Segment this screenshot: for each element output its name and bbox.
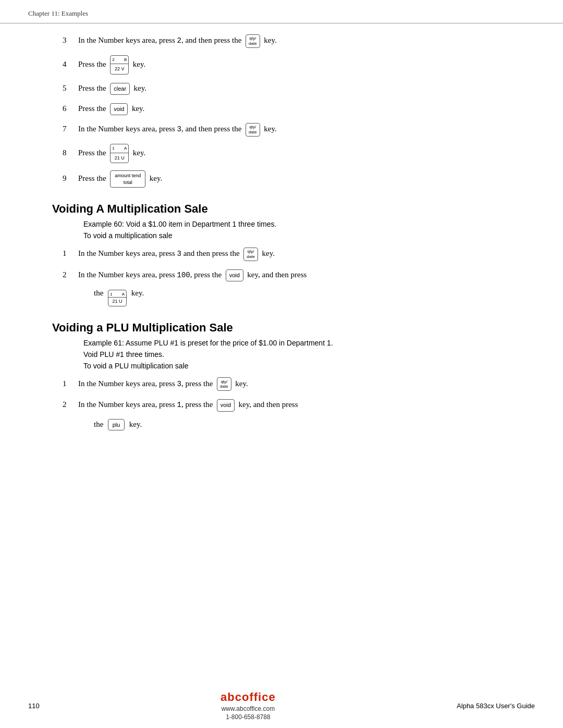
amount-tend-total-key-9: amount tend total <box>110 170 145 188</box>
step-number-8: 8 <box>63 146 78 159</box>
section-voiding-plu-multiplication: Voiding a PLU Multiplication Sale Exampl… <box>52 321 511 430</box>
section-title-1: Voiding A Multiplication Sale <box>52 202 511 216</box>
footer-page-number: 110 <box>28 702 40 710</box>
section2-example-2: Void PLU #1 three times. <box>52 350 511 359</box>
page-footer: 110 abcoffice www.abcoffice.com 1-800-65… <box>0 683 563 728</box>
sec1-step-2-continuation: the 1A 21 U key. <box>52 289 511 306</box>
step-8-text: Press the 1A 21 U key. <box>78 144 145 163</box>
footer-website: www.abcoffice.com <box>222 705 275 712</box>
sec2-step-1: 1 In the Number keys area, press 3, pres… <box>52 377 511 391</box>
qty-date-key-3: qty/ date <box>246 34 260 48</box>
step-number-3: 3 <box>63 34 78 46</box>
dept-22v-key-4: 2B 22 V <box>110 55 129 75</box>
intro-steps-block: 3 In the Number keys area, press 2, and … <box>52 34 511 188</box>
section-voiding-multiplication: Voiding A Multiplication Sale Example 60… <box>52 202 511 306</box>
step-3-text: In the Number keys area, press 2, and th… <box>78 34 277 48</box>
page-header: Chapter 11: Examples <box>0 0 563 23</box>
sec2-step-2-continuation: the plu key. <box>52 419 511 430</box>
step-9-text: Press the amount tend total key. <box>78 170 162 188</box>
footer-logo: abcoffice <box>221 690 276 704</box>
step-7: 7 In the Number keys area, press 3, and … <box>52 122 511 137</box>
chapter-label: Chapter 11: Examples <box>28 9 88 18</box>
step-number-4: 4 <box>63 58 78 70</box>
step-7-text: In the Number keys area, press 3, and th… <box>78 122 277 137</box>
qty-date-key-sec2-1: qty/ date <box>217 377 231 391</box>
step-number-7: 7 <box>63 122 78 135</box>
step-5: 5 Press the clear key. <box>52 82 511 95</box>
sec1-step-number-1: 1 <box>63 247 78 260</box>
step-9: 9 Press the amount tend total key. <box>52 170 511 188</box>
footer-logo-block: abcoffice www.abcoffice.com 1-800-658-87… <box>221 690 276 721</box>
sec1-step-2-text: In the Number keys area, press 100, pres… <box>78 268 307 281</box>
qty-date-key-7: qty/ date <box>246 123 260 137</box>
sec1-step-1: 1 In the Number keys area, press 3 and t… <box>52 247 511 261</box>
qty-date-key-sec1-1: qty/ date <box>243 248 258 261</box>
footer-phone: 1-800-658-8788 <box>226 713 270 721</box>
step-6-text: Press the void key. <box>78 102 144 115</box>
step-number-6: 6 <box>63 102 78 115</box>
section2-example-1: Example 61: Assume PLU #1 is preset for … <box>52 339 511 347</box>
page-content: 3 In the Number keys area, press 2, and … <box>0 23 563 479</box>
section2-to-note: To void a PLU multiplication sale <box>52 362 511 370</box>
plu-key-sec2-2: plu <box>108 419 125 430</box>
sec1-step-1-text: In the Number keys area, press 3 and the… <box>78 247 275 261</box>
step-8: 8 Press the 1A 21 U key. <box>52 144 511 163</box>
sec2-step-2: 2 In the Number keys area, press 1, pres… <box>52 398 511 411</box>
step-5-text: Press the clear key. <box>78 82 146 95</box>
void-key-6: void <box>110 103 128 116</box>
step-4-text: Press the 2B 22 V key. <box>78 55 145 75</box>
sec1-step-2: 2 In the Number keys area, press 100, pr… <box>52 268 511 281</box>
section1-example: Example 60: Void a $1.00 item in Departm… <box>52 220 511 228</box>
sec1-step-number-2: 2 <box>63 268 78 281</box>
void-key-sec1-2: void <box>226 269 243 282</box>
footer-guide: Alpha 583cx User's Guide <box>457 702 535 710</box>
section1-to-note: To void a multiplication sale <box>52 231 511 240</box>
clear-key-5: clear <box>110 83 130 95</box>
sec2-step-1-text: In the Number keys area, press 3, press … <box>78 377 248 391</box>
section-title-2: Voiding a PLU Multiplication Sale <box>52 321 511 335</box>
sec2-step-2-text: In the Number keys area, press 1, press … <box>78 398 298 411</box>
void-key-sec2-2: void <box>217 399 235 412</box>
dept-21u-key-8: 1A 21 U <box>110 144 129 163</box>
dept-21u-key-sec1-2: 1A 21 U <box>108 290 127 306</box>
step-6: 6 Press the void key. <box>52 102 511 115</box>
step-number-5: 5 <box>63 82 78 94</box>
step-4: 4 Press the 2B 22 V key. <box>52 55 511 75</box>
sec2-step-number-2: 2 <box>63 398 78 411</box>
sec2-step-number-1: 1 <box>63 377 78 390</box>
step-number-9: 9 <box>63 172 78 184</box>
step-3: 3 In the Number keys area, press 2, and … <box>52 34 511 48</box>
